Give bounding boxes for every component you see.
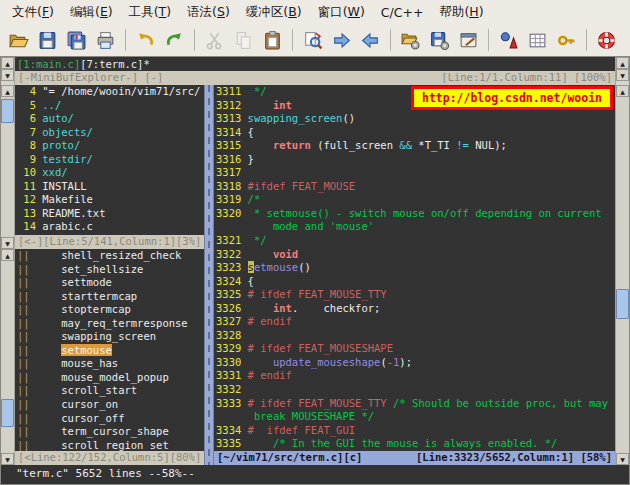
code-line[interactable]: 3331 # endif [216,369,615,383]
code-line[interactable]: 3335 /* In the GUI the mouse is always e… [216,437,615,451]
taglist-item[interactable]: || cursor_on [17,398,204,412]
code-line[interactable]: 3326 int. checkfor; [216,302,615,316]
taglist-item[interactable]: || scroll_region_set [17,439,204,451]
explorer-line[interactable]: 11 INSTALL [17,180,204,194]
taglist-scrollbar[interactable]: ▲ ▼ [1,249,14,465]
menu-item-edit[interactable]: 编辑(E) [62,1,121,24]
toolbar-undo-button[interactable] [132,27,159,53]
file-explorer-window[interactable]: 4 "= /home/wooin/vim71/src/ 5 ../ 6 auto… [15,85,204,235]
code-line[interactable]: 3317 [216,166,615,180]
toolbar-find-replace-button[interactable] [299,27,326,53]
code-line[interactable]: 3323 setmouse() [216,261,615,275]
taglist-item[interactable]: || term_cursor_shape [17,425,204,439]
explorer-line[interactable]: 12 Makefile [17,193,204,207]
taglist-item[interactable]: || scroll_start [17,384,204,398]
scrollbar-up-arrow[interactable]: ▲ [1,85,14,97]
code-line[interactable]: mode and 'mouse' [216,220,615,234]
code-line[interactable]: 3315 return (full_screen && *T_TI != NUL… [216,139,615,153]
code-line[interactable]: 3333 # ifdef FEAT_MOUSE_TTY /* Should be… [216,397,615,411]
toolbar-build-tags-button[interactable] [524,27,551,53]
scrollbar-down-arrow[interactable]: ▼ [616,453,629,465]
toolbar-find-next-button[interactable] [328,27,355,53]
scrollbar-down-arrow[interactable]: ▼ [1,453,14,465]
scrollbar-thumb[interactable] [616,289,629,319]
scrollbar-up-arrow[interactable]: ▲ [1,57,14,69]
minibuf-scrollbar[interactable]: ▲ ▼ [616,57,629,85]
scrollbar-track[interactable] [1,97,14,237]
toolbar-open-folder-button[interactable] [5,27,32,53]
code-window[interactable]: http://blog.csdn.net/wooin 3311 */3312 i… [214,85,615,465]
toolbar-copy-button[interactable] [230,27,257,53]
taglist-item[interactable]: || cursor_off [17,412,204,426]
code-line[interactable]: 3325 # ifdef FEAT_MOUSE_TTY [216,288,615,302]
minibuf-scrollbar[interactable]: ▲ ▼ [1,57,14,85]
code-line[interactable]: 3319 /* [216,193,615,207]
code-line[interactable]: 3328 [216,329,615,343]
taglist-window[interactable]: || shell_resized_check|| set_shellsize||… [15,249,204,451]
scrollbar-down-arrow[interactable]: ▼ [1,237,14,249]
minibuf-explorer-line[interactable]: [1:main.c][7:term.c]* [15,57,615,71]
code-line[interactable]: 3324 { [216,275,615,289]
taglist-item[interactable]: || shell_resized_check [17,249,204,263]
toolbar-paste-button[interactable] [259,27,286,53]
toolbar-session-save-button[interactable] [426,27,453,53]
code-line[interactable]: 3332 [216,383,615,397]
taglist-item[interactable]: || swapping_screen [17,330,204,344]
toolbar-redo-button[interactable] [161,27,188,53]
code-buffer[interactable]: 3311 */3312 int3313 swapping_screen()331… [214,85,615,451]
scrollbar-track[interactable] [616,97,629,453]
explorer-line[interactable]: 8 proto/ [17,139,204,153]
taglist-item[interactable]: || mouse_model_popup [17,371,204,385]
scrollbar-thumb[interactable] [1,99,14,123]
menu-item-cpp[interactable]: C/C++ [373,2,432,23]
code-line[interactable]: 3320 * setmouse() - switch mouse on/off … [216,207,615,221]
explorer-line[interactable]: 5 ../ [17,99,204,113]
toolbar-session-load-button[interactable] [397,27,424,53]
vertical-split-divider[interactable] [204,85,214,465]
menu-item-window[interactable]: 窗口(W) [310,1,373,24]
code-line[interactable]: 3318 #ifdef FEAT_MOUSE [216,180,615,194]
taglist-item[interactable]: || settmode [17,276,204,290]
code-line[interactable]: break MOUSESHAPE */ [216,410,615,424]
main-scrollbar[interactable]: ▲ ▼ [616,85,629,465]
code-line[interactable]: 3316 } [216,153,615,167]
explorer-line[interactable]: 13 README.txt [17,207,204,221]
taglist-item[interactable]: || starttermcap [17,290,204,304]
taglist-item[interactable]: || set_shellsize [17,263,204,277]
taglist-item[interactable]: || stoptermcap [17,303,204,317]
code-line[interactable]: 3329 # ifdef FEAT_MOUSESHAPE [216,342,615,356]
scrollbar-track[interactable] [1,261,14,453]
menu-item-buffers[interactable]: 缓冲区(B) [238,1,310,24]
scrollbar-down-arrow[interactable]: ▼ [1,69,14,81]
taglist-item[interactable]: || may_req_termresponse [17,317,204,331]
code-line[interactable]: 3313 swapping_screen() [216,112,615,126]
code-line[interactable]: 3334 # ifdef FEAT_GUI [216,424,615,438]
toolbar-cut-button[interactable] [201,27,228,53]
explorer-line[interactable]: 10 xxd/ [17,166,204,180]
explorer-line[interactable]: 14 arabic.c [17,220,204,234]
explorer-line[interactable]: 6 auto/ [17,112,204,126]
code-line[interactable]: 3327 # endif [216,315,615,329]
toolbar-session-new-button[interactable] [455,27,482,53]
code-line[interactable]: 3321 */ [216,234,615,248]
toolbar-save-all-button[interactable] [63,27,90,53]
scrollbar-down-arrow[interactable]: ▼ [616,69,629,81]
toolbar-save-button[interactable] [34,27,61,53]
toolbar-make-button[interactable] [495,27,522,53]
toolbar-find-prev-button[interactable] [357,27,384,53]
menu-item-help[interactable]: 帮助(H) [431,1,491,24]
code-line[interactable]: 3314 { [216,126,615,140]
code-line[interactable]: 3322 void [216,248,615,262]
menu-item-file[interactable]: 文件(F) [4,1,62,24]
toolbar-help-button[interactable] [593,27,620,53]
scrollbar-up-arrow[interactable]: ▲ [616,85,629,97]
explorer-line[interactable]: 4 "= /home/wooin/vim71/src/ [17,85,204,99]
taglist-item[interactable]: || setmouse [17,344,204,358]
menu-item-syntax[interactable]: 语法(S) [179,1,238,24]
scrollbar-thumb[interactable] [1,399,14,427]
toolbar-print-button[interactable] [92,27,119,53]
menu-item-tools[interactable]: 工具(T) [121,1,179,24]
scrollbar-up-arrow[interactable]: ▲ [1,249,14,261]
scrollbar-up-arrow[interactable]: ▲ [616,57,629,69]
explorer-scrollbar[interactable]: ▲ ▼ [1,85,14,249]
